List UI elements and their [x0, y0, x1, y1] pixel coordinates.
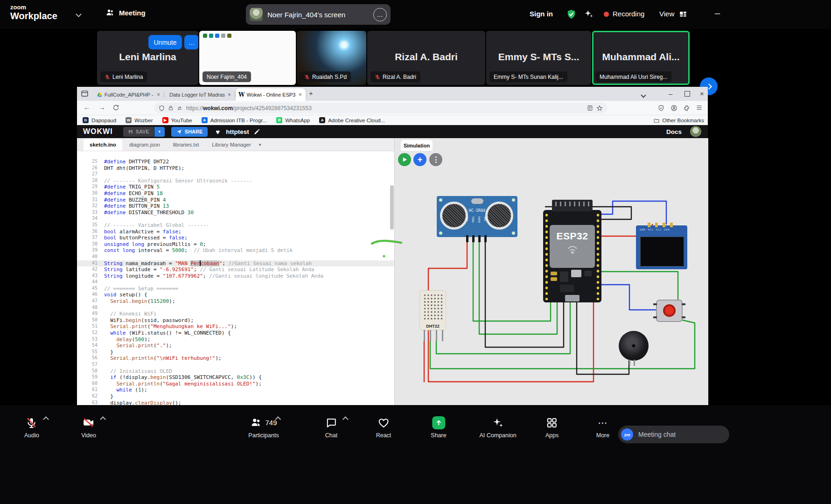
code-line-29[interactable]: 29#define TRIG_PIN 5: [77, 184, 394, 190]
other-bookmarks[interactable]: Other Bookmarks: [653, 115, 704, 126]
bookmark-item[interactable]: ✆WhatsApp: [276, 117, 310, 123]
meeting-chat-pill[interactable]: zm Meeting chat: [618, 426, 729, 443]
buzzer[interactable]: [619, 331, 649, 361]
browser-minimize-button[interactable]: –: [669, 90, 672, 98]
code-line-43[interactable]: 43String longitude = "107.6779962"; //Ga…: [77, 273, 394, 280]
tile-more-button[interactable]: …: [184, 35, 198, 49]
code-line-31[interactable]: 31#define BUZZER_PIN 4: [77, 197, 394, 203]
account-icon[interactable]: [670, 105, 677, 112]
code-line-56[interactable]: 56 Serial.println("\nWiFi terhubung!");: [77, 355, 394, 362]
code-area[interactable]: 25#define DHTTYPE DHT2226DHT dht(DHTPIN,…: [77, 151, 394, 405]
push-button[interactable]: [656, 300, 683, 322]
view-button[interactable]: View: [659, 10, 674, 18]
save-button[interactable]: SAVE: [123, 127, 154, 137]
code-line-57[interactable]: 57: [77, 362, 394, 368]
code-line-35[interactable]: 35// ------- Variabel Global -------: [77, 222, 394, 229]
browser-tab[interactable]: Data Logger IoT Madrasah×: [165, 88, 235, 101]
bookmark-item[interactable]: WWozber: [126, 117, 153, 123]
code-line-49[interactable]: 49 // Koneksi WiFi: [77, 311, 394, 317]
code-line-46[interactable]: 46void setup() {: [77, 292, 394, 298]
code-line-44[interactable]: 44: [77, 279, 394, 286]
code-line-59[interactable]: 59 if (!display.begin(SSD1306_SWITCHCAPV…: [77, 374, 394, 381]
code-line-60[interactable]: 60 Serial.println("Gagal menginisialisas…: [77, 381, 394, 387]
browser-maximize-button[interactable]: [684, 91, 690, 97]
share-project-button[interactable]: SHARE: [171, 127, 208, 137]
code-line-54[interactable]: 54 Serial.print(".");: [77, 343, 394, 349]
video-options-caret-icon[interactable]: [100, 416, 106, 422]
tab-close-icon[interactable]: ×: [156, 91, 161, 98]
ai-sparkle-icon[interactable]: [584, 9, 594, 19]
library-manager-caret-icon[interactable]: ▾: [259, 142, 261, 151]
chat-options-caret-icon[interactable]: [342, 416, 349, 422]
protections-shield-icon[interactable]: [658, 105, 664, 112]
code-line-34[interactable]: 34: [77, 216, 394, 222]
firefox-view-icon[interactable]: [81, 90, 89, 98]
user-avatar[interactable]: [690, 126, 701, 137]
participant-tile-rizal[interactable]: Rizal A. Badri Rizal A. Badri: [367, 31, 485, 85]
code-line-36[interactable]: 36bool alarmActive = false;: [77, 229, 394, 235]
reader-view-icon[interactable]: [587, 105, 593, 111]
pill-more-button[interactable]: …: [373, 8, 387, 21]
tab-list-chevron-icon[interactable]: [642, 91, 645, 98]
code-line-52[interactable]: 52 while (WiFi.status() != WL_CONNECTED)…: [77, 330, 394, 336]
save-dropdown-button[interactable]: ▾: [154, 127, 165, 137]
extensions-icon[interactable]: [683, 105, 690, 112]
code-line-28[interactable]: 28// ------- Konfigurasi Sensor Ultrason…: [77, 178, 394, 184]
sign-in-button[interactable]: Sign in: [530, 10, 553, 18]
code-line-62[interactable]: 62 }: [77, 393, 394, 400]
participant-tile-leni[interactable]: Leni Marlina Leni Marlina Unmute…: [97, 31, 198, 85]
favorite-heart-icon[interactable]: ♥: [216, 128, 220, 136]
code-line-26[interactable]: 26DHT dht(DHTPIN, D HTTYPE);: [77, 165, 394, 172]
view-grid-icon[interactable]: [679, 10, 687, 19]
browser-tab[interactable]: FullCode_API&PHP - Google Dr×: [94, 88, 164, 101]
code-line-41[interactable]: 41String nama_madrasah = "MAN Percobaan"…: [77, 260, 394, 267]
reload-icon[interactable]: [112, 104, 119, 111]
wokwi-logo[interactable]: WOKWI: [83, 127, 113, 136]
bookmark-item[interactable]: AAdmission ITB - Progr...: [202, 117, 267, 123]
code-line-39[interactable]: 39const long interval = 5000; // Ubah in…: [77, 247, 394, 254]
editor-tab-library-manager[interactable]: Library Manager: [206, 139, 257, 151]
browser-tab[interactable]: W Wokwi - Online ESP32, STM32, ×: [236, 88, 306, 101]
code-line-27[interactable]: 27: [77, 171, 394, 178]
code-line-50[interactable]: 50 WiFi.begin(ssid, password);: [77, 317, 394, 324]
bookmark-item[interactable]: ▶YouTube: [162, 117, 192, 123]
minimize-window-button[interactable]: –: [715, 8, 720, 19]
security-shield-icon[interactable]: [566, 8, 577, 20]
tracking-shield-icon[interactable]: [159, 105, 165, 112]
project-name[interactable]: httptest: [226, 128, 249, 135]
editor-tab-libraries-txt[interactable]: libraries.txt: [167, 139, 205, 151]
code-line-47[interactable]: 47 Serial.begin(115200);: [77, 298, 394, 305]
code-line-33[interactable]: 33#define DISTANCE_THRESHOLD 30: [77, 210, 394, 216]
menu-hamburger-icon[interactable]: [696, 104, 703, 111]
participant-tile-emmy[interactable]: Emmy S- MTs S... Emmy S- MTs Sunan Kalij…: [486, 31, 591, 85]
editor-tab-diagram-json[interactable]: diagram.json: [123, 139, 166, 151]
code-line-55[interactable]: 55 }: [77, 349, 394, 356]
oled-display[interactable]: GND VCC SCL SDA: [636, 225, 687, 269]
unmute-button[interactable]: Unmute: [148, 35, 182, 49]
meeting-tab[interactable]: Meeting: [105, 8, 146, 17]
browser-close-button[interactable]: ×: [700, 90, 704, 98]
code-line-45[interactable]: 45// ======= Setup =======: [77, 286, 394, 292]
share-button[interactable]: Share: [431, 416, 446, 439]
shared-screen-pill[interactable]: Noer Fajrin_404's screen …: [246, 4, 391, 25]
code-line-40[interactable]: 40: [77, 254, 394, 260]
code-line-53[interactable]: 53 delay(500);: [77, 336, 394, 343]
tab-close-icon[interactable]: ×: [227, 91, 232, 98]
participant-tile-muhammad[interactable]: Muhammad Ali... Muhammad Ali Usri Sireg.…: [592, 31, 690, 85]
code-line-30[interactable]: 30#define ECHO_PIN 18: [77, 190, 394, 197]
back-icon[interactable]: ←: [84, 103, 91, 111]
url-text[interactable]: https://wokwi.com/projects/4254928875342…: [186, 105, 584, 112]
url-bar[interactable]: https://wokwi.com/projects/4254928875342…: [154, 103, 608, 113]
bookmark-item[interactable]: AAdobe Creative Cloud...: [319, 117, 385, 123]
dht22-sensor[interactable]: DHT22: [419, 290, 446, 330]
participants-button[interactable]: 749Participants: [248, 416, 279, 439]
participant-tile-ruaidah[interactable]: Ruaidah S.Pd: [297, 31, 366, 85]
participant-tile-noer[interactable]: Noer Fajrin_404: [199, 31, 296, 85]
code-line-37[interactable]: 37bool buttonPressed = false;: [77, 235, 394, 241]
editor-scrollbar[interactable]: [390, 185, 394, 230]
more-button[interactable]: ⋯More: [596, 416, 609, 439]
new-tab-button[interactable]: +: [309, 89, 313, 97]
tab-close-icon[interactable]: ×: [298, 91, 303, 98]
code-line-32[interactable]: 32#define BUTTON_PIN 13: [77, 203, 394, 210]
code-line-63[interactable]: 63 display.clearDisplay();: [77, 400, 394, 405]
